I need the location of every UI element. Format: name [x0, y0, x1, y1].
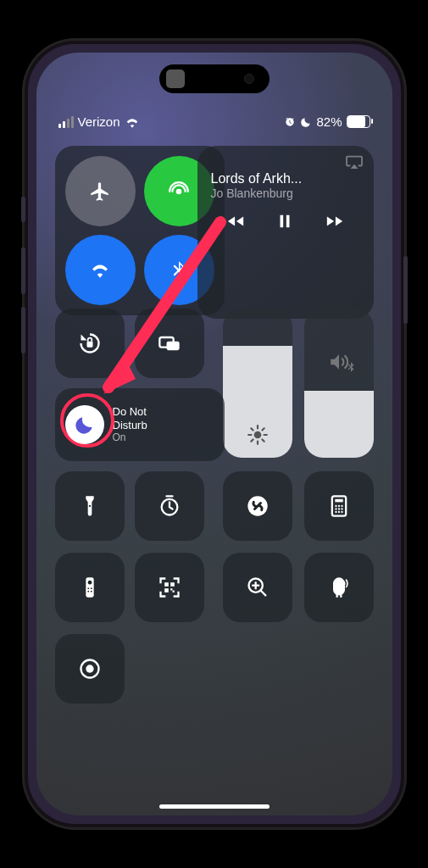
brightness-icon [247, 424, 269, 446]
screen-mirroring-button[interactable] [135, 309, 204, 378]
airplane-icon [89, 181, 111, 203]
focus-label-line2: Disturb [113, 419, 147, 432]
flashlight-toggle[interactable] [55, 471, 125, 541]
magnifier-icon [246, 576, 270, 599]
svg-point-23 [90, 591, 92, 593]
iphone-frame: Verizon 82% [25, 41, 404, 827]
svg-point-10 [337, 505, 339, 507]
remote-icon [78, 576, 102, 599]
carrier-label: Verizon [78, 114, 120, 129]
cellular-signal-icon [58, 116, 74, 128]
battery-icon [347, 115, 370, 128]
screen: Verizon 82% [36, 53, 392, 815]
svg-rect-24 [164, 582, 169, 587]
media-artist: Jo Blankenburg [211, 186, 360, 200]
wifi-icon [89, 259, 111, 281]
svg-point-4 [253, 431, 261, 439]
timer-icon [158, 494, 181, 518]
svg-point-12 [335, 508, 336, 509]
airplay-audio-icon[interactable] [345, 154, 364, 170]
svg-point-14 [341, 508, 342, 509]
svg-rect-3 [166, 342, 179, 351]
brightness-slider[interactable] [223, 309, 292, 458]
svg-point-15 [335, 511, 336, 513]
shazam-icon [246, 494, 270, 518]
calculator-button[interactable] [304, 471, 374, 541]
svg-rect-1 [86, 342, 92, 348]
svg-point-13 [337, 508, 339, 509]
home-indicator[interactable] [159, 804, 270, 809]
media-prev-button[interactable] [226, 212, 245, 231]
flashlight-icon [78, 494, 102, 518]
dynamic-island[interactable] [159, 64, 270, 93]
now-playing-thumb [166, 70, 185, 88]
svg-point-17 [341, 511, 342, 513]
orientation-lock-icon [78, 331, 102, 355]
mute-switch [21, 197, 25, 222]
airplane-mode-toggle[interactable] [65, 156, 136, 226]
svg-rect-28 [172, 591, 174, 593]
svg-point-11 [341, 505, 342, 507]
battery-percent: 82% [316, 114, 342, 129]
airdrop-icon [168, 181, 190, 203]
svg-rect-26 [164, 588, 169, 593]
sound-recognition-icon [327, 576, 351, 599]
svg-rect-25 [170, 582, 175, 587]
screen-mirroring-icon [158, 331, 181, 355]
wifi-toggle[interactable] [65, 235, 136, 305]
volume-slider[interactable] [304, 309, 374, 458]
focus-tile[interactable]: Do Not Disturb On [55, 388, 225, 461]
moon-status-icon [300, 116, 312, 128]
media-title: Lords of Arkh... [211, 171, 338, 186]
qr-scanner-button[interactable] [135, 553, 204, 622]
focus-state: On [113, 431, 147, 443]
svg-point-16 [337, 511, 339, 513]
timer-button[interactable] [135, 471, 204, 541]
wifi-status-icon [125, 116, 140, 128]
focus-label-line1: Do Not [113, 405, 147, 419]
focus-label: Do Not Disturb On [113, 405, 147, 444]
screen-record-button[interactable] [55, 634, 125, 704]
front-camera [244, 74, 254, 84]
svg-point-31 [86, 665, 93, 672]
svg-point-20 [87, 587, 89, 589]
media-pause-button[interactable] [275, 212, 294, 231]
moon-icon [74, 414, 96, 436]
media-panel[interactable]: Lords of Arkh... Jo Blankenburg [197, 146, 374, 319]
power-button [403, 256, 408, 324]
qr-scanner-icon [158, 576, 181, 599]
svg-rect-18 [86, 577, 93, 597]
shazam-button[interactable] [223, 471, 292, 541]
sound-recognition-button[interactable] [304, 553, 374, 622]
volume-up-button [21, 248, 25, 294]
svg-point-0 [176, 188, 182, 194]
apple-tv-remote-button[interactable] [55, 553, 125, 622]
bluetooth-icon [168, 259, 190, 281]
svg-point-9 [335, 505, 336, 507]
svg-rect-8 [335, 499, 342, 503]
orientation-lock-toggle[interactable] [55, 309, 125, 378]
svg-point-22 [87, 591, 89, 593]
calculator-icon [327, 494, 351, 518]
alarm-status-icon [284, 116, 296, 128]
magnifier-button[interactable] [223, 553, 292, 622]
bluetooth-small-icon [345, 361, 357, 373]
screen-record-icon [78, 657, 102, 681]
focus-mode-button[interactable] [65, 405, 104, 444]
media-next-button[interactable] [325, 212, 344, 231]
control-center: Lords of Arkh... Jo Blankenburg [55, 146, 374, 798]
svg-point-21 [90, 587, 92, 589]
volume-down-button [21, 307, 25, 353]
svg-rect-27 [170, 588, 172, 590]
svg-point-19 [87, 581, 92, 585]
